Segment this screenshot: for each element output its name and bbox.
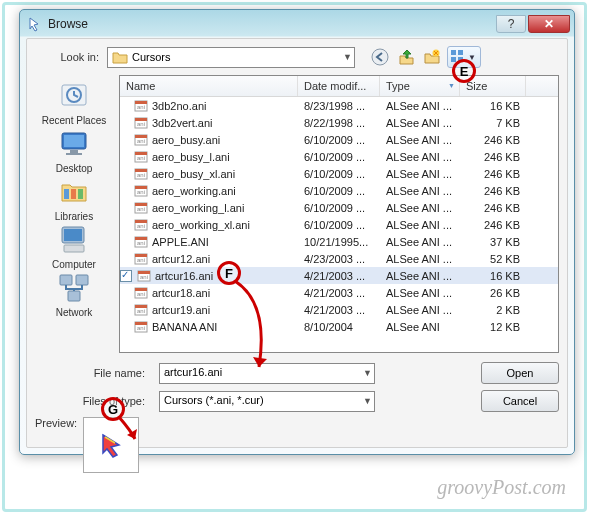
- annotation-f: F: [217, 261, 241, 285]
- file-list-header: Name Date modif... Type Size: [120, 76, 558, 97]
- titlebar: Browse ? ✕: [20, 10, 574, 37]
- cancel-button[interactable]: Cancel: [481, 390, 559, 412]
- file-icon: ani: [134, 151, 148, 163]
- place-desktop[interactable]: Desktop: [56, 127, 93, 174]
- svg-rect-2: [451, 50, 456, 55]
- svg-rect-10: [70, 150, 78, 153]
- file-icon: ani: [134, 134, 148, 146]
- up-button[interactable]: [395, 46, 417, 68]
- lookin-combo[interactable]: Cursors ▼: [107, 47, 355, 68]
- svg-rect-19: [76, 275, 88, 285]
- browse-dialog: Browse ? ✕ Look in: Cursors ▼ ▼: [19, 9, 575, 455]
- back-button[interactable]: [369, 46, 391, 68]
- file-row[interactable]: aniaero_working_l.ani6/10/2009 ...ALSee …: [120, 199, 558, 216]
- place-computer[interactable]: Computer: [52, 223, 96, 270]
- network-icon: [56, 271, 92, 303]
- col-name[interactable]: Name: [120, 76, 298, 96]
- col-date[interactable]: Date modif...: [298, 76, 380, 96]
- svg-text:ani: ani: [137, 308, 145, 314]
- filename-label: File name:: [35, 367, 159, 379]
- svg-text:ani: ani: [137, 325, 145, 331]
- svg-text:ani: ani: [137, 189, 145, 195]
- dropdown-icon: ▼: [343, 52, 352, 62]
- svg-rect-13: [71, 189, 76, 199]
- preview-box: [83, 417, 139, 473]
- help-button[interactable]: ?: [496, 15, 526, 33]
- file-icon: ani: [134, 202, 148, 214]
- lookin-value: Cursors: [132, 51, 171, 63]
- file-icon: ani: [134, 287, 148, 299]
- svg-rect-20: [68, 291, 80, 301]
- dropdown-icon[interactable]: ▼: [363, 396, 372, 406]
- preview-label: Preview:: [35, 417, 77, 429]
- filetype-label: Files of type:: [35, 395, 159, 407]
- svg-rect-12: [64, 189, 69, 199]
- new-folder-button[interactable]: [421, 46, 443, 68]
- file-row[interactable]: ani3db2no.ani8/23/1998 ...ALSee ANI ...1…: [120, 97, 558, 114]
- watermark: groovyPost.com: [437, 476, 566, 499]
- svg-rect-17: [64, 245, 84, 252]
- places-bar: Recent Places Desktop Libraries Computer…: [35, 75, 113, 353]
- libraries-icon: [56, 175, 92, 207]
- app-icon: [28, 16, 44, 32]
- dropdown-icon[interactable]: ▼: [363, 368, 372, 378]
- svg-rect-18: [60, 275, 72, 285]
- file-row[interactable]: aniaero_busy_l.ani6/10/2009 ...ALSee ANI…: [120, 148, 558, 165]
- filetype-combo[interactable]: Cursors (*.ani, *.cur)▼: [159, 391, 375, 412]
- file-icon: ani: [134, 168, 148, 180]
- checkbox-icon: [120, 270, 132, 282]
- svg-text:ani: ani: [140, 274, 148, 280]
- file-icon: ani: [134, 321, 148, 333]
- file-row[interactable]: aniaero_working.ani6/10/2009 ...ALSee AN…: [120, 182, 558, 199]
- window-title: Browse: [48, 17, 494, 31]
- file-icon: ani: [134, 117, 148, 129]
- recent-icon: [56, 79, 92, 111]
- file-icon: ani: [134, 100, 148, 112]
- close-button[interactable]: ✕: [528, 15, 570, 33]
- svg-text:ani: ani: [137, 223, 145, 229]
- file-icon: ani: [134, 304, 148, 316]
- file-row[interactable]: aniartcur16.ani4/21/2003 ...ALSee ANI ..…: [120, 267, 558, 284]
- svg-text:ani: ani: [137, 104, 145, 110]
- place-network[interactable]: Network: [56, 271, 93, 318]
- desktop-icon: [56, 127, 92, 159]
- file-list: Name Date modif... Type Size ani3db2no.a…: [119, 75, 559, 353]
- svg-rect-9: [64, 135, 84, 147]
- svg-rect-11: [66, 153, 82, 155]
- filename-input[interactable]: artcur16.ani▼: [159, 363, 375, 384]
- svg-text:ani: ani: [137, 240, 145, 246]
- lookin-label: Look in:: [35, 51, 99, 63]
- svg-point-0: [372, 49, 388, 65]
- file-row[interactable]: aniartcur18.ani4/21/2003 ...ALSee ANI ..…: [120, 284, 558, 301]
- computer-icon: [56, 223, 92, 255]
- file-row[interactable]: ani3db2vert.ani8/22/1998 ...ALSee ANI ..…: [120, 114, 558, 131]
- file-row[interactable]: aniartcur12.ani4/23/2003 ...ALSee ANI ..…: [120, 250, 558, 267]
- file-icon: ani: [134, 253, 148, 265]
- place-recent[interactable]: Recent Places: [42, 79, 106, 126]
- file-row[interactable]: aniartcur19.ani4/21/2003 ...ALSee ANI ..…: [120, 301, 558, 318]
- svg-rect-3: [458, 50, 463, 55]
- file-row[interactable]: aniBANANA ANI8/10/2004ALSee ANI12 KB: [120, 318, 558, 335]
- file-row[interactable]: aniAPPLE.ANI10/21/1995...ALSee ANI ...37…: [120, 233, 558, 250]
- svg-text:ani: ani: [137, 291, 145, 297]
- svg-rect-14: [78, 189, 83, 199]
- svg-text:ani: ani: [137, 172, 145, 178]
- file-icon: ani: [134, 236, 148, 248]
- file-icon: ani: [134, 185, 148, 197]
- file-icon: ani: [137, 270, 151, 282]
- col-type[interactable]: Type: [380, 76, 460, 96]
- svg-text:ani: ani: [137, 257, 145, 263]
- file-row[interactable]: aniaero_working_xl.ani6/10/2009 ...ALSee…: [120, 216, 558, 233]
- svg-text:ani: ani: [137, 138, 145, 144]
- file-row[interactable]: aniaero_busy.ani6/10/2009 ...ALSee ANI .…: [120, 131, 558, 148]
- preview-cursor-icon: [97, 431, 125, 459]
- annotation-e: E: [452, 59, 476, 83]
- svg-text:ani: ani: [137, 206, 145, 212]
- file-row[interactable]: aniaero_busy_xl.ani6/10/2009 ...ALSee AN…: [120, 165, 558, 182]
- svg-text:ani: ani: [137, 155, 145, 161]
- place-libraries[interactable]: Libraries: [55, 175, 93, 222]
- svg-rect-16: [64, 229, 82, 241]
- open-button[interactable]: Open: [481, 362, 559, 384]
- svg-text:ani: ani: [137, 121, 145, 127]
- annotation-g: G: [101, 397, 125, 421]
